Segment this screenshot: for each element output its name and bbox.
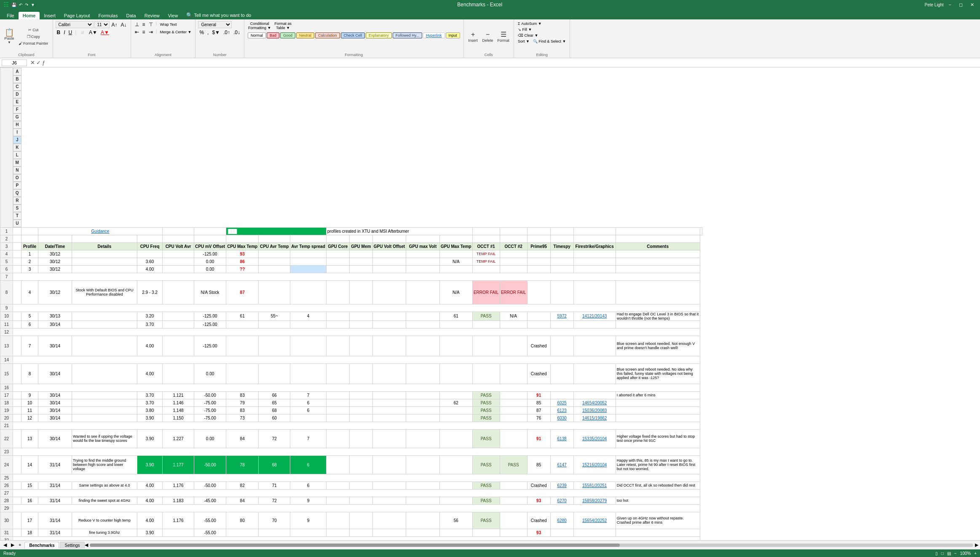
cell-m31[interactable] — [372, 529, 406, 536]
cell-c2[interactable] — [38, 235, 72, 242]
cell-i26[interactable]: 71 — [259, 482, 290, 489]
cell-i30[interactable]: 70 — [259, 512, 290, 529]
row-num-2[interactable]: 2 — [0, 235, 13, 242]
col-u[interactable]: U — [13, 220, 21, 227]
cell-k20[interactable] — [326, 414, 349, 422]
cell-q31[interactable] — [500, 529, 527, 536]
scroll-left-btn[interactable]: ◀ — [85, 542, 88, 548]
cell-p18[interactable]: PASS — [472, 399, 500, 406]
cell-p1[interactable] — [500, 227, 527, 235]
cell-e31[interactable]: 3.90 — [137, 529, 163, 536]
row-num-1[interactable]: 1 — [0, 227, 13, 235]
cell-k31[interactable] — [326, 529, 349, 536]
cell-n26[interactable] — [406, 482, 440, 489]
cell-s22[interactable]: 6138 — [550, 429, 573, 448]
cell-o8[interactable]: N/A — [440, 280, 473, 304]
col-j[interactable]: J — [13, 136, 21, 144]
cell-b19[interactable]: 11 — [21, 406, 38, 414]
cell-h24[interactable]: 78 — [226, 455, 259, 474]
cell-j31[interactable] — [290, 529, 327, 536]
cell-l10[interactable] — [349, 312, 372, 320]
row-num-6[interactable]: 6 — [0, 265, 13, 273]
cell-r30[interactable]: Crashed — [527, 512, 550, 529]
col-h[interactable]: H — [13, 121, 21, 129]
cell-g24[interactable]: -50.00 — [194, 455, 226, 474]
sort-btn[interactable]: Sort ▼ — [517, 39, 531, 44]
cell-m5[interactable] — [372, 258, 406, 265]
increase-font-btn[interactable]: A↑ — [110, 22, 119, 28]
cell-k24[interactable] — [326, 455, 349, 474]
cell-profiles[interactable]: ███ — [226, 227, 327, 235]
cell-q13[interactable] — [500, 336, 527, 356]
cell-d11[interactable] — [72, 320, 137, 328]
cell-j20[interactable] — [290, 414, 327, 422]
cell-q6[interactable] — [500, 265, 527, 273]
cell-c11[interactable]: 30/14 — [38, 320, 72, 328]
left-align-btn[interactable]: ⇤ — [134, 29, 140, 35]
cell-r10[interactable] — [527, 312, 550, 320]
col-k[interactable]: K — [13, 144, 21, 151]
cell-p4[interactable]: TEMP FAIL — [472, 250, 500, 258]
decrease-font-btn[interactable]: A↓ — [120, 22, 128, 28]
insert-btn[interactable]: + Insert — [466, 25, 480, 48]
cell-23-empty[interactable] — [13, 448, 700, 455]
cell-f1[interactable] — [163, 227, 194, 235]
cell-o5[interactable]: N/A — [440, 258, 473, 265]
cell-n5[interactable] — [406, 258, 440, 265]
cell-o3[interactable]: GPU Max Temp — [440, 242, 473, 250]
sheet-tab-benchmarks[interactable]: Benchmarks — [24, 542, 59, 549]
cell-l4[interactable] — [349, 250, 372, 258]
cell-j22[interactable]: 7 — [290, 429, 327, 448]
cell-f2[interactable] — [163, 235, 194, 242]
cell-g6[interactable]: 0.00 — [194, 265, 226, 273]
cell-f3[interactable]: CPU Volt Avr — [163, 242, 194, 250]
cell-s4[interactable] — [550, 250, 573, 258]
cell-i13[interactable] — [259, 336, 290, 356]
cell-n8[interactable] — [406, 280, 440, 304]
col-g[interactable]: G — [13, 113, 21, 121]
cell-l13[interactable] — [349, 336, 372, 356]
cell-l31[interactable] — [349, 529, 372, 536]
copy-button[interactable]: ❐Copy — [17, 34, 50, 40]
cell-e18[interactable]: 3.70 — [137, 399, 163, 406]
cell-j6[interactable] — [290, 265, 327, 273]
cell-j8[interactable] — [290, 280, 327, 304]
cell-s28[interactable]: 6270 — [550, 497, 573, 504]
cell-t18[interactable]: 14654/20052 — [573, 399, 616, 406]
cell-t3[interactable]: Firestrike/Graphics — [573, 242, 616, 250]
cell-r13[interactable]: Crashed — [527, 336, 550, 356]
cell-g2[interactable] — [194, 235, 226, 242]
row-num-21[interactable]: 21 — [0, 422, 13, 429]
corner-cell[interactable] — [0, 68, 13, 228]
number-format-select[interactable]: General Number Currency Percentage — [198, 21, 232, 28]
cell-u15[interactable]: Blue screen and reboot needed. No idea w… — [616, 363, 700, 384]
cell-j19[interactable]: 6 — [290, 406, 327, 414]
cell-t31[interactable] — [573, 529, 616, 536]
cell-l15[interactable] — [349, 363, 372, 384]
cell-k6[interactable] — [326, 265, 349, 273]
cell-q1[interactable] — [527, 227, 550, 235]
cell-t26[interactable]: 15581/20251 — [573, 482, 616, 489]
cell-u31[interactable] — [616, 529, 700, 536]
cell-b15[interactable]: 8 — [21, 363, 38, 384]
cell-h26[interactable]: 82 — [226, 482, 259, 489]
cell-l18[interactable] — [349, 399, 372, 406]
cell-d3[interactable]: Details — [72, 242, 137, 250]
cell-o28[interactable] — [440, 497, 473, 504]
cell-s3[interactable]: Timespy — [550, 242, 573, 250]
cell-a26[interactable] — [13, 482, 21, 489]
style-check[interactable]: Check Cell — [341, 32, 365, 38]
cell-g17[interactable]: -50.00 — [194, 391, 226, 399]
cell-r8[interactable] — [527, 280, 550, 304]
cell-q5[interactable] — [500, 258, 527, 265]
cell-q20[interactable] — [500, 414, 527, 422]
row-num-10[interactable]: 10 — [0, 312, 13, 320]
cell-s5[interactable] — [550, 258, 573, 265]
col-m[interactable]: M — [13, 159, 21, 167]
cell-t17[interactable] — [573, 391, 616, 399]
cell-a31[interactable] — [13, 529, 21, 536]
cell-q19[interactable] — [500, 406, 527, 414]
cell-u22[interactable]: Higher voltage fixed the scores but had … — [616, 429, 700, 448]
cell-d2[interactable] — [72, 235, 137, 242]
cell-r2[interactable] — [527, 235, 550, 242]
